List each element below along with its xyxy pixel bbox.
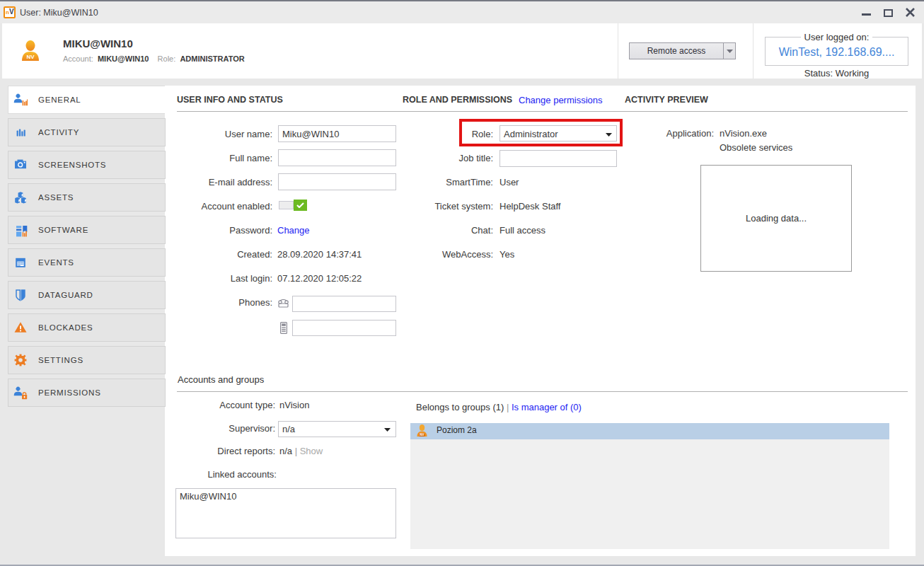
svg-text:NV: NV [420, 433, 425, 437]
svg-text:NV: NV [26, 54, 35, 60]
